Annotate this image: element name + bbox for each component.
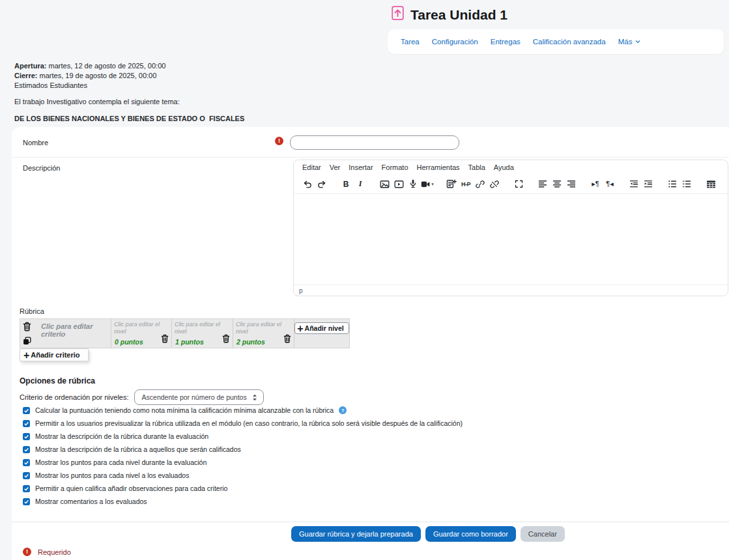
apertura-label: Apertura: bbox=[14, 62, 47, 70]
add-criterion-button[interactable]: +Añadir criterio bbox=[20, 348, 89, 361]
menu-editar[interactable]: Editar bbox=[302, 163, 321, 171]
option-row: Mostrar la descripción de la rúbrica a a… bbox=[23, 445, 463, 453]
option-row: Mostrar los puntos para cada nivel a los… bbox=[23, 471, 463, 479]
ltr-icon[interactable]: ▸¶ bbox=[588, 176, 603, 192]
level-points[interactable]: 1 puntos bbox=[175, 338, 204, 346]
footer-divider bbox=[12, 522, 729, 522]
checkbox-checked[interactable] bbox=[23, 420, 30, 427]
sort-order-value: Ascendente por número de puntos bbox=[142, 393, 247, 401]
bold-icon[interactable]: B bbox=[339, 176, 353, 192]
menu-herramientas[interactable]: Herramientas bbox=[417, 163, 460, 171]
tab-tarea[interactable]: Tarea bbox=[401, 38, 420, 46]
menu-insertar[interactable]: Insertar bbox=[349, 163, 373, 171]
checkbox-checked[interactable] bbox=[23, 498, 30, 505]
level-placeholder[interactable]: Clic para editar el nivel bbox=[236, 321, 291, 335]
delete-level-icon[interactable] bbox=[161, 334, 169, 346]
rubric-form-card: Nombre ! Descripción Editar Ver Insertar… bbox=[12, 127, 729, 560]
menu-tabla[interactable]: Tabla bbox=[468, 163, 485, 171]
option-label: Mostrar los puntos para cada nivel a los… bbox=[35, 471, 189, 479]
sort-arrows-icon bbox=[252, 394, 257, 401]
editor-toolbar: B I ▾ H-P bbox=[294, 175, 728, 194]
checkbox-checked[interactable] bbox=[23, 485, 30, 492]
h5p-icon[interactable]: H-P bbox=[459, 176, 473, 192]
checkbox-checked[interactable] bbox=[23, 407, 30, 414]
indent-icon[interactable] bbox=[641, 176, 655, 192]
checkbox-checked[interactable] bbox=[23, 433, 30, 440]
cierre-line: Cierre: martes, 19 de agosto de 2025, 00… bbox=[14, 71, 244, 81]
link-icon[interactable] bbox=[473, 176, 487, 192]
level-points[interactable]: 0 puntos bbox=[115, 338, 143, 346]
tab-mas[interactable]: Más bbox=[618, 38, 641, 46]
criterion-placeholder[interactable]: Clic para editar criterio bbox=[41, 322, 111, 338]
outdent-icon[interactable] bbox=[627, 176, 641, 192]
page-title-text: Tarea Unidad 1 bbox=[410, 7, 507, 23]
editor-menubar: Editar Ver Insertar Formato Herramientas… bbox=[294, 160, 728, 175]
checkbox-checked[interactable] bbox=[23, 472, 30, 479]
undo-icon[interactable] bbox=[300, 176, 315, 192]
record-video-icon[interactable]: ▾ bbox=[420, 176, 435, 192]
image-icon[interactable] bbox=[377, 176, 392, 192]
option-label: Mostrar la descripción de la rúbrica a a… bbox=[35, 445, 241, 453]
sort-order-select[interactable]: Ascendente por número de puntos bbox=[134, 389, 264, 405]
tab-entregas[interactable]: Entregas bbox=[491, 38, 521, 46]
align-center-icon[interactable] bbox=[550, 176, 564, 192]
media-icon[interactable] bbox=[392, 176, 406, 192]
paste-document-icon[interactable] bbox=[444, 176, 459, 192]
menu-ayuda[interactable]: Ayuda bbox=[494, 163, 514, 171]
nombre-input[interactable] bbox=[290, 135, 459, 150]
greeting-line: Estimados Estudiantes bbox=[14, 81, 244, 91]
save-rubric-ready-button[interactable]: Guardar rúbrica y dejarla preparada bbox=[291, 526, 421, 542]
intro-line: El trabajo Investigativo contempla el si… bbox=[14, 97, 244, 107]
option-row: Mostrar comentarios a los evaluados bbox=[23, 497, 463, 505]
required-note-label: Requerido bbox=[38, 548, 71, 556]
save-draft-button[interactable]: Guardar como borrador bbox=[425, 526, 516, 542]
delete-level-icon[interactable] bbox=[283, 334, 291, 346]
checkbox-checked[interactable] bbox=[23, 459, 30, 466]
numbered-list-icon[interactable] bbox=[679, 176, 694, 192]
descripcion-label: Descripción bbox=[23, 164, 60, 172]
editor-content-area[interactable] bbox=[294, 194, 728, 285]
align-left-icon[interactable] bbox=[536, 176, 550, 192]
option-label: Mostrar los puntos para cada nivel duran… bbox=[35, 458, 207, 466]
bullet-list-icon[interactable] bbox=[665, 176, 679, 192]
assignment-icon bbox=[392, 6, 404, 23]
option-label: Mostrar comentarios a los evaluados bbox=[35, 497, 147, 505]
checkbox-checked[interactable] bbox=[23, 446, 30, 453]
add-level-button[interactable]: +Añadir nivel bbox=[294, 322, 349, 334]
italic-icon[interactable]: I bbox=[353, 176, 367, 192]
menu-formato[interactable]: Formato bbox=[382, 163, 408, 171]
level-points[interactable]: 2 puntos bbox=[236, 338, 265, 346]
editor-statusbar: p bbox=[294, 285, 728, 296]
rtl-icon[interactable]: ¶◂ bbox=[603, 176, 617, 192]
nombre-label: Nombre bbox=[23, 139, 48, 147]
menu-ver[interactable]: Ver bbox=[330, 163, 341, 171]
align-right-icon[interactable] bbox=[564, 176, 579, 192]
record-audio-icon[interactable] bbox=[406, 176, 420, 192]
sort-order-label: Criterio de ordenación por niveles: bbox=[20, 393, 129, 401]
help-icon[interactable]: ? bbox=[339, 406, 347, 414]
unlink-icon[interactable] bbox=[487, 176, 502, 192]
rubric-editor-grid: Clic para editar criterio Clic para edit… bbox=[20, 318, 350, 348]
option-label: Permitir a los usuarios previsualizar la… bbox=[35, 419, 463, 427]
fullscreen-icon[interactable] bbox=[511, 176, 526, 192]
cierre-value: martes, 19 de agosto de 2025, 00:00 bbox=[40, 72, 157, 79]
tab-configuracion[interactable]: Configuración bbox=[432, 38, 478, 46]
rubric-add-level-cell: +Añadir nivel bbox=[294, 319, 349, 348]
duplicate-criterion-icon[interactable] bbox=[23, 336, 31, 348]
required-note: ! Requerido bbox=[23, 548, 71, 556]
page: Tarea Unidad 1 Tarea Configuración Entre… bbox=[0, 0, 729, 560]
redo-icon[interactable] bbox=[315, 176, 329, 192]
apertura-line: Apertura: martes, 12 de agosto de 2025, … bbox=[14, 61, 244, 71]
required-icon: ! bbox=[23, 548, 31, 556]
delete-criterion-icon[interactable] bbox=[23, 322, 31, 334]
element-path[interactable]: p bbox=[299, 287, 303, 294]
delete-level-icon[interactable] bbox=[222, 334, 230, 346]
level-placeholder[interactable]: Clic para editar el nivel bbox=[114, 321, 169, 335]
level-placeholder[interactable]: Clic para editar el nivel bbox=[175, 321, 230, 335]
topic-line: DE LOS BIENES NACIONALES Y BIENES DE EST… bbox=[14, 114, 244, 124]
table-icon[interactable] bbox=[704, 176, 718, 192]
option-row: Calcular la puntuación teniendo como not… bbox=[23, 406, 463, 414]
sort-order-row: Criterio de ordenación por niveles: Asce… bbox=[20, 389, 264, 405]
tab-calificacion-avanzada[interactable]: Calificación avanzada bbox=[533, 38, 606, 46]
cancel-button[interactable]: Cancelar bbox=[521, 526, 565, 542]
